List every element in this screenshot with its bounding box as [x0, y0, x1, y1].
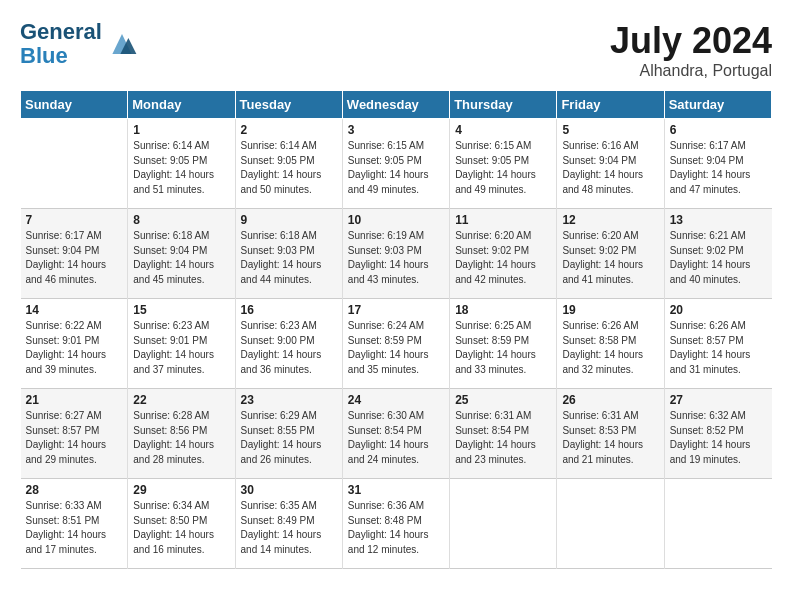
- calendar-cell: 5Sunrise: 6:16 AM Sunset: 9:04 PM Daylig…: [557, 119, 664, 209]
- calendar-cell: 23Sunrise: 6:29 AM Sunset: 8:55 PM Dayli…: [235, 389, 342, 479]
- calendar-cell: 30Sunrise: 6:35 AM Sunset: 8:49 PM Dayli…: [235, 479, 342, 569]
- day-info: Sunrise: 6:36 AM Sunset: 8:48 PM Dayligh…: [348, 499, 444, 557]
- calendar-table: SundayMondayTuesdayWednesdayThursdayFrid…: [20, 90, 772, 569]
- calendar-cell: 26Sunrise: 6:31 AM Sunset: 8:53 PM Dayli…: [557, 389, 664, 479]
- month-title: July 2024: [610, 20, 772, 62]
- calendar-cell: 16Sunrise: 6:23 AM Sunset: 9:00 PM Dayli…: [235, 299, 342, 389]
- calendar-cell: 7Sunrise: 6:17 AM Sunset: 9:04 PM Daylig…: [21, 209, 128, 299]
- day-number: 8: [133, 213, 229, 227]
- calendar-cell: [21, 119, 128, 209]
- logo-text: GeneralBlue: [20, 20, 102, 68]
- day-headers-row: SundayMondayTuesdayWednesdayThursdayFrid…: [21, 91, 772, 119]
- day-number: 19: [562, 303, 658, 317]
- day-info: Sunrise: 6:19 AM Sunset: 9:03 PM Dayligh…: [348, 229, 444, 287]
- calendar-cell: 9Sunrise: 6:18 AM Sunset: 9:03 PM Daylig…: [235, 209, 342, 299]
- day-header-wednesday: Wednesday: [342, 91, 449, 119]
- day-info: Sunrise: 6:16 AM Sunset: 9:04 PM Dayligh…: [562, 139, 658, 197]
- day-info: Sunrise: 6:26 AM Sunset: 8:57 PM Dayligh…: [670, 319, 767, 377]
- calendar-cell: 31Sunrise: 6:36 AM Sunset: 8:48 PM Dayli…: [342, 479, 449, 569]
- calendar-cell: 28Sunrise: 6:33 AM Sunset: 8:51 PM Dayli…: [21, 479, 128, 569]
- day-info: Sunrise: 6:20 AM Sunset: 9:02 PM Dayligh…: [562, 229, 658, 287]
- calendar-cell: 17Sunrise: 6:24 AM Sunset: 8:59 PM Dayli…: [342, 299, 449, 389]
- week-row-1: 1Sunrise: 6:14 AM Sunset: 9:05 PM Daylig…: [21, 119, 772, 209]
- day-number: 12: [562, 213, 658, 227]
- location-subtitle: Alhandra, Portugal: [610, 62, 772, 80]
- day-number: 7: [26, 213, 123, 227]
- calendar-cell: 10Sunrise: 6:19 AM Sunset: 9:03 PM Dayli…: [342, 209, 449, 299]
- day-number: 4: [455, 123, 551, 137]
- calendar-cell: 18Sunrise: 6:25 AM Sunset: 8:59 PM Dayli…: [450, 299, 557, 389]
- calendar-cell: 14Sunrise: 6:22 AM Sunset: 9:01 PM Dayli…: [21, 299, 128, 389]
- day-info: Sunrise: 6:23 AM Sunset: 9:00 PM Dayligh…: [241, 319, 337, 377]
- logo: GeneralBlue: [20, 20, 138, 68]
- calendar-cell: 15Sunrise: 6:23 AM Sunset: 9:01 PM Dayli…: [128, 299, 235, 389]
- day-number: 17: [348, 303, 444, 317]
- calendar-cell: 1Sunrise: 6:14 AM Sunset: 9:05 PM Daylig…: [128, 119, 235, 209]
- day-header-tuesday: Tuesday: [235, 91, 342, 119]
- calendar-cell: 22Sunrise: 6:28 AM Sunset: 8:56 PM Dayli…: [128, 389, 235, 479]
- page-header: GeneralBlue July 2024 Alhandra, Portugal: [20, 20, 772, 80]
- calendar-cell: 4Sunrise: 6:15 AM Sunset: 9:05 PM Daylig…: [450, 119, 557, 209]
- day-info: Sunrise: 6:17 AM Sunset: 9:04 PM Dayligh…: [670, 139, 767, 197]
- day-header-friday: Friday: [557, 91, 664, 119]
- logo-icon: [106, 30, 138, 58]
- calendar-cell: [557, 479, 664, 569]
- day-number: 27: [670, 393, 767, 407]
- day-info: Sunrise: 6:18 AM Sunset: 9:03 PM Dayligh…: [241, 229, 337, 287]
- day-number: 30: [241, 483, 337, 497]
- day-number: 3: [348, 123, 444, 137]
- calendar-cell: 29Sunrise: 6:34 AM Sunset: 8:50 PM Dayli…: [128, 479, 235, 569]
- day-number: 13: [670, 213, 767, 227]
- day-info: Sunrise: 6:33 AM Sunset: 8:51 PM Dayligh…: [26, 499, 123, 557]
- day-info: Sunrise: 6:31 AM Sunset: 8:53 PM Dayligh…: [562, 409, 658, 467]
- calendar-cell: 25Sunrise: 6:31 AM Sunset: 8:54 PM Dayli…: [450, 389, 557, 479]
- day-number: 20: [670, 303, 767, 317]
- day-info: Sunrise: 6:20 AM Sunset: 9:02 PM Dayligh…: [455, 229, 551, 287]
- day-info: Sunrise: 6:24 AM Sunset: 8:59 PM Dayligh…: [348, 319, 444, 377]
- day-number: 9: [241, 213, 337, 227]
- calendar-cell: 12Sunrise: 6:20 AM Sunset: 9:02 PM Dayli…: [557, 209, 664, 299]
- day-number: 29: [133, 483, 229, 497]
- week-row-5: 28Sunrise: 6:33 AM Sunset: 8:51 PM Dayli…: [21, 479, 772, 569]
- day-number: 23: [241, 393, 337, 407]
- day-number: 5: [562, 123, 658, 137]
- title-area: July 2024 Alhandra, Portugal: [610, 20, 772, 80]
- day-info: Sunrise: 6:18 AM Sunset: 9:04 PM Dayligh…: [133, 229, 229, 287]
- day-info: Sunrise: 6:17 AM Sunset: 9:04 PM Dayligh…: [26, 229, 123, 287]
- calendar-cell: 11Sunrise: 6:20 AM Sunset: 9:02 PM Dayli…: [450, 209, 557, 299]
- calendar-cell: 24Sunrise: 6:30 AM Sunset: 8:54 PM Dayli…: [342, 389, 449, 479]
- day-info: Sunrise: 6:32 AM Sunset: 8:52 PM Dayligh…: [670, 409, 767, 467]
- day-info: Sunrise: 6:28 AM Sunset: 8:56 PM Dayligh…: [133, 409, 229, 467]
- calendar-cell: 8Sunrise: 6:18 AM Sunset: 9:04 PM Daylig…: [128, 209, 235, 299]
- calendar-cell: 21Sunrise: 6:27 AM Sunset: 8:57 PM Dayli…: [21, 389, 128, 479]
- day-number: 10: [348, 213, 444, 227]
- day-info: Sunrise: 6:29 AM Sunset: 8:55 PM Dayligh…: [241, 409, 337, 467]
- calendar-cell: 13Sunrise: 6:21 AM Sunset: 9:02 PM Dayli…: [664, 209, 771, 299]
- day-number: 14: [26, 303, 123, 317]
- day-info: Sunrise: 6:31 AM Sunset: 8:54 PM Dayligh…: [455, 409, 551, 467]
- day-header-sunday: Sunday: [21, 91, 128, 119]
- day-number: 6: [670, 123, 767, 137]
- calendar-cell: 20Sunrise: 6:26 AM Sunset: 8:57 PM Dayli…: [664, 299, 771, 389]
- day-info: Sunrise: 6:23 AM Sunset: 9:01 PM Dayligh…: [133, 319, 229, 377]
- day-number: 21: [26, 393, 123, 407]
- day-header-saturday: Saturday: [664, 91, 771, 119]
- day-info: Sunrise: 6:15 AM Sunset: 9:05 PM Dayligh…: [455, 139, 551, 197]
- day-number: 11: [455, 213, 551, 227]
- day-info: Sunrise: 6:21 AM Sunset: 9:02 PM Dayligh…: [670, 229, 767, 287]
- calendar-cell: [450, 479, 557, 569]
- day-number: 15: [133, 303, 229, 317]
- day-info: Sunrise: 6:26 AM Sunset: 8:58 PM Dayligh…: [562, 319, 658, 377]
- day-header-monday: Monday: [128, 91, 235, 119]
- day-info: Sunrise: 6:34 AM Sunset: 8:50 PM Dayligh…: [133, 499, 229, 557]
- calendar-cell: 2Sunrise: 6:14 AM Sunset: 9:05 PM Daylig…: [235, 119, 342, 209]
- calendar-cell: 19Sunrise: 6:26 AM Sunset: 8:58 PM Dayli…: [557, 299, 664, 389]
- day-info: Sunrise: 6:15 AM Sunset: 9:05 PM Dayligh…: [348, 139, 444, 197]
- week-row-4: 21Sunrise: 6:27 AM Sunset: 8:57 PM Dayli…: [21, 389, 772, 479]
- calendar-cell: 27Sunrise: 6:32 AM Sunset: 8:52 PM Dayli…: [664, 389, 771, 479]
- day-info: Sunrise: 6:25 AM Sunset: 8:59 PM Dayligh…: [455, 319, 551, 377]
- day-info: Sunrise: 6:30 AM Sunset: 8:54 PM Dayligh…: [348, 409, 444, 467]
- day-number: 16: [241, 303, 337, 317]
- week-row-3: 14Sunrise: 6:22 AM Sunset: 9:01 PM Dayli…: [21, 299, 772, 389]
- day-info: Sunrise: 6:35 AM Sunset: 8:49 PM Dayligh…: [241, 499, 337, 557]
